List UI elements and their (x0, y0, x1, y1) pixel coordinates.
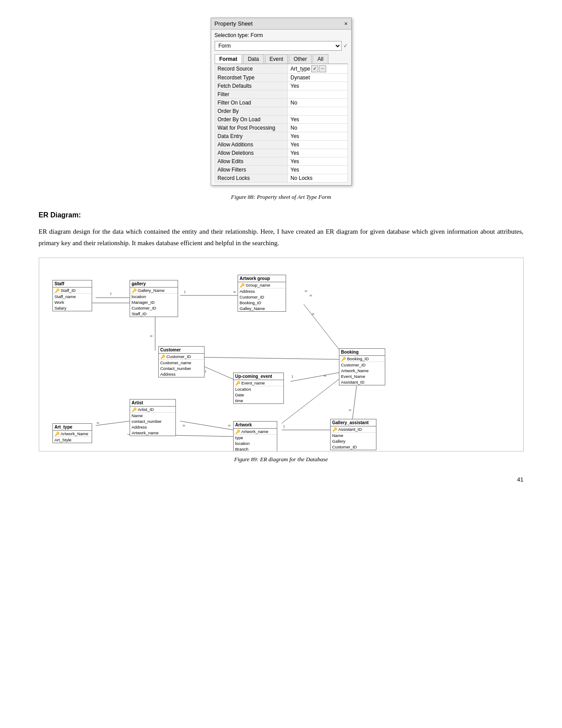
property-row-11: Allow EditsYes (215, 157, 347, 166)
property-name-2: Fetch Defaults (215, 82, 288, 90)
tab-all[interactable]: All (313, 54, 328, 63)
property-name-3: Filter (215, 90, 288, 99)
entity-booking-header: Booking (339, 349, 385, 356)
property-value-4: No (288, 99, 347, 107)
entity-gallery: gallery 🔑Gallery_Name location Manager_I… (130, 280, 178, 317)
entity-artwork-group-header: Artwork group (238, 275, 286, 282)
property-value-13: No Locks (288, 174, 347, 183)
svg-text:∞: ∞ (97, 421, 99, 425)
entity-upcoming-event-attr3: time (234, 398, 283, 403)
properties-table: Record SourceArt_type✓···Recordset TypeD… (215, 64, 348, 183)
svg-text:∞: ∞ (233, 290, 236, 294)
svg-text:∞: ∞ (228, 423, 231, 428)
er-heading: ER Diagram: (39, 211, 524, 219)
entity-artwork-group-attr4: Galley_Name (238, 306, 286, 311)
tab-format[interactable]: Format (215, 54, 242, 63)
property-value-3 (288, 90, 347, 99)
property-value-1: Dynaset (288, 74, 347, 82)
property-value-7: No (288, 124, 347, 132)
property-row-0: Record SourceArt_type✓··· (215, 64, 347, 74)
svg-text:∞: ∞ (150, 334, 153, 338)
tab-other[interactable]: Other (289, 54, 312, 63)
property-row-7: Wait for Post ProcessingNo (215, 124, 347, 132)
entity-artwork-attr2: location (234, 441, 277, 446)
dialog-container: Property Sheet × Selection type: Form Fo… (39, 18, 524, 186)
tab-event[interactable]: Event (265, 54, 288, 63)
property-row-9: Allow AdditionsYes (215, 141, 347, 149)
entity-staff-attr2: Work (53, 299, 92, 305)
svg-text:∞: ∞ (182, 423, 185, 428)
entity-staff: Staff 🔑Staff_ID Staff_name Work Salary (52, 280, 92, 311)
svg-line-26 (352, 386, 357, 421)
entity-artist-attr3: Address (130, 424, 175, 430)
svg-line-17 (180, 421, 233, 430)
entity-customer-attr3: Address (159, 371, 204, 377)
property-name-13: Record Locks (215, 174, 288, 183)
svg-text:1: 1 (184, 290, 186, 294)
property-name-0: Record Source (215, 64, 288, 74)
entity-gallery-assistant-attr2: Gallery (331, 438, 376, 444)
entity-gallery-header: gallery (130, 280, 178, 287)
entity-upcoming-event-attr1: Location (234, 386, 283, 392)
property-value-2: Yes (288, 82, 347, 90)
er-diagram-container: 1 1 ∞ ∞ ∞ 1 1 ∞ (39, 258, 524, 452)
page-content: Property Sheet × Selection type: Form Fo… (39, 18, 524, 483)
entity-artist-header: Artist (130, 399, 175, 407)
svg-text:1: 1 (291, 374, 294, 379)
entity-upcoming-event-pk: 🔑Event_name (234, 380, 283, 386)
svg-text:∞: ∞ (305, 289, 307, 293)
figure88-caption: Figure 88: Property sheet of Art Type Fo… (39, 194, 524, 201)
svg-text:1: 1 (283, 424, 285, 429)
entity-artwork-group-attr2: Customer_ID (238, 294, 286, 300)
entity-gallery-assistant-attr1: Name (331, 433, 376, 438)
svg-line-8 (304, 304, 343, 355)
dropdown-arrow-icon: ✓ (343, 43, 348, 49)
svg-text:∞: ∞ (324, 373, 326, 378)
entity-artist-attr4: Artwork_name (130, 430, 175, 436)
entity-gallery-pk: 🔑Gallery_Name (130, 287, 178, 294)
property-value-text-0: Art_type (290, 66, 310, 72)
svg-line-12 (198, 357, 339, 359)
entity-artwork-header: Artwork (234, 422, 277, 429)
svg-text:∞: ∞ (349, 408, 351, 412)
er-diagram-wrapper: 1 1 ∞ ∞ ∞ 1 1 ∞ (44, 262, 519, 452)
property-name-4: Filter On Load (215, 99, 288, 107)
svg-text:∞: ∞ (309, 293, 312, 298)
property-name-8: Data Entry (215, 132, 288, 141)
entity-artist-pk: 🔑Artist_ID (130, 407, 175, 413)
property-row-3: Filter (215, 90, 347, 99)
property-value-5 (288, 107, 347, 116)
entity-booking: Booking 🔑Booking_ID Customer_ID Artwork_… (339, 348, 385, 385)
entity-artwork-group: Artwork group 🔑Group_name Address Custom… (238, 275, 286, 312)
entity-art-type-header: Art_type (53, 424, 92, 431)
entity-artist-attr2: contact_number (130, 418, 175, 424)
property-value-8: Yes (288, 132, 347, 141)
form-dropdown[interactable]: Form (215, 41, 342, 51)
property-value-0: Art_type✓··· (288, 64, 347, 74)
entity-gallery-assistant-attr3: Customer_ID (331, 444, 376, 450)
entity-artist: Artist 🔑Artist_ID Name contact_number Ad… (130, 399, 176, 436)
property-check-btn-0[interactable]: ✓ (311, 65, 318, 72)
entity-art-type-attr1: Art_Style (53, 437, 92, 443)
property-row-10: Allow DeletionsYes (215, 149, 347, 157)
property-name-5: Order By (215, 107, 288, 116)
entity-artwork-attr3: Branch (234, 446, 277, 452)
entity-staff-pk: 🔑Staff_ID (53, 287, 92, 294)
entity-booking-attr1: Customer_ID (339, 362, 385, 368)
svg-line-28 (282, 379, 339, 423)
property-dots-btn-0[interactable]: ··· (319, 65, 326, 72)
tabs-row: Format Data Event Other All (215, 54, 348, 64)
property-name-10: Allow Deletions (215, 149, 288, 157)
entity-art-type-pk: 🔑Artwork_Name (53, 431, 92, 437)
entity-gallery-attr2: Manager_ID (130, 299, 178, 305)
entity-upcoming-event-header: Up-coming_event (234, 373, 283, 380)
entity-customer-pk: 🔑Customer_ID (159, 354, 204, 360)
dialog-close-button[interactable]: × (344, 20, 348, 27)
property-row-13: Record LocksNo Locks (215, 174, 347, 183)
tab-data[interactable]: Data (243, 54, 264, 63)
page-number: 41 (39, 476, 524, 483)
svg-text:∞: ∞ (312, 312, 314, 316)
property-name-11: Allow Edits (215, 157, 288, 166)
svg-text:1: 1 (110, 291, 112, 296)
property-row-6: Order By On LoadYes (215, 116, 347, 124)
